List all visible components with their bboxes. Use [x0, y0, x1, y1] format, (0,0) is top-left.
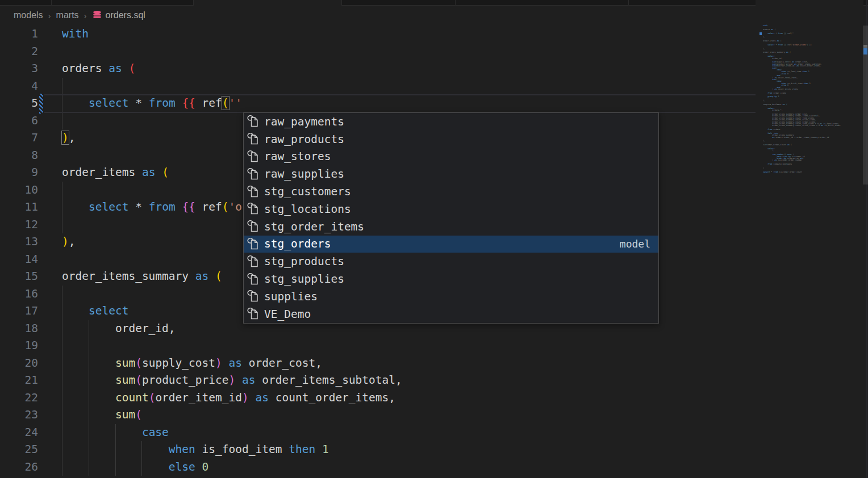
- minimap-content: with orders as ( select * from {{ ref(''…: [763, 25, 841, 173]
- line-number: 26: [0, 459, 38, 476]
- line-number: 23: [0, 406, 38, 424]
- minimap-modified-marker: [760, 32, 762, 35]
- suggestion-label: stg_order_items: [264, 220, 364, 233]
- snippet-file-icon: [247, 185, 260, 199]
- code-line[interactable]: 5 select * from {{ ref('': [0, 95, 756, 112]
- code-line[interactable]: 2: [0, 43, 756, 61]
- code-line[interactable]: 20 sum(supply_cost) as order_cost,: [0, 355, 756, 372]
- line-number: 7: [0, 129, 38, 147]
- suggestion-item[interactable]: stg_ordersmodel: [244, 236, 658, 253]
- line-number: 4: [0, 78, 38, 95]
- line-number: 5: [0, 95, 38, 112]
- line-number: 2: [0, 43, 38, 61]
- line-number: 8: [0, 147, 38, 165]
- snippet-file-icon: [247, 115, 260, 128]
- code-text: sum(supply_cost) as order_cost,: [62, 355, 322, 372]
- code-text: order_items as (: [62, 164, 169, 182]
- snippet-file-icon: [247, 132, 260, 146]
- minimap[interactable]: with orders as ( select * from {{ ref(''…: [756, 0, 863, 478]
- suggestion-item[interactable]: stg_locations: [244, 200, 658, 218]
- code-text: ),: [62, 129, 76, 147]
- suggestion-item[interactable]: raw_payments: [244, 113, 658, 131]
- line-number: 25: [0, 441, 38, 459]
- snippet-file-icon: [247, 220, 260, 233]
- code-text: else 0: [62, 459, 208, 476]
- code-line[interactable]: 22 count(order_item_id) as count_order_i…: [0, 389, 756, 407]
- suggestion-label: raw_stores: [264, 150, 331, 163]
- snippet-file-icon: [247, 272, 260, 286]
- suggestion-item[interactable]: raw_products: [244, 131, 658, 148]
- line-number: 21: [0, 372, 38, 389]
- chevron-right-icon: ›: [84, 11, 87, 20]
- code-line[interactable]: 23 sum(: [0, 406, 756, 424]
- code-text: when is_food_item then 1: [62, 441, 329, 459]
- suggestion-item[interactable]: raw_stores: [244, 148, 658, 166]
- breadcrumb-file-label: orders.sql: [106, 10, 145, 20]
- tab-separator: [455, 0, 456, 5]
- code-text: orders as (: [62, 60, 135, 78]
- suggestion-item[interactable]: stg_customers: [244, 183, 658, 200]
- snippet-file-icon: [247, 255, 260, 269]
- code-line[interactable]: 3orders as (: [0, 60, 756, 78]
- tab-separator: [628, 0, 629, 5]
- suggestion-label: stg_customers: [264, 185, 351, 198]
- code-line[interactable]: 21 sum(product_price) as order_items_sub…: [0, 372, 756, 389]
- line-number: 6: [0, 112, 38, 130]
- code-line[interactable]: 25 when is_food_item then 1: [0, 441, 756, 459]
- line-number: 18: [0, 320, 38, 338]
- snippet-file-icon: [247, 307, 260, 321]
- suggestion-label: stg_locations: [264, 203, 351, 216]
- code-text: select: [62, 303, 128, 320]
- code-text: case: [62, 424, 169, 442]
- code-text: ),: [62, 233, 76, 251]
- code-text: order_id,: [62, 320, 176, 338]
- tab-separator: [51, 0, 52, 5]
- autocomplete-dropdown[interactable]: raw_paymentsraw_productsraw_storesraw_su…: [243, 112, 659, 324]
- code-line[interactable]: 1with: [0, 26, 756, 43]
- suggestion-item[interactable]: stg_products: [244, 253, 658, 270]
- suggestion-label: stg_supplies: [264, 272, 344, 286]
- line-number: 15: [0, 268, 38, 286]
- code-text: order_items_summary as (: [62, 268, 222, 286]
- code-line[interactable]: 26 else 0: [0, 459, 756, 476]
- scrollbar[interactable]: [862, 0, 868, 478]
- overview-ruler-cursor-marker: [863, 45, 867, 48]
- code-line[interactable]: 4: [0, 78, 756, 95]
- suggestion-item[interactable]: supplies: [244, 288, 658, 305]
- breadcrumb-item-models[interactable]: models: [14, 10, 43, 20]
- line-number: 10: [0, 182, 38, 199]
- line-number: 22: [0, 389, 38, 407]
- line-number: 3: [0, 60, 38, 78]
- suggestion-item[interactable]: stg_supplies: [244, 270, 658, 288]
- line-number: 19: [0, 337, 38, 355]
- suggestion-item[interactable]: VE_Demo: [244, 305, 658, 323]
- suggestion-label: raw_supplies: [264, 167, 344, 181]
- breadcrumb-item-file[interactable]: orders.sql: [92, 10, 145, 20]
- line-number: 11: [0, 199, 38, 216]
- suggestion-label: stg_orders: [264, 237, 331, 250]
- suggestion-detail: model: [620, 238, 650, 250]
- line-number: 9: [0, 164, 38, 182]
- suggestion-item[interactable]: stg_order_items: [244, 218, 658, 236]
- suggestion-label: stg_products: [264, 255, 344, 268]
- code-line[interactable]: 19: [0, 337, 756, 355]
- overview-ruler-modified-marker: [863, 48, 867, 54]
- code-line[interactable]: 24 case: [0, 424, 756, 442]
- suggestion-label: VE_Demo: [264, 308, 311, 321]
- line-number: 17: [0, 303, 38, 320]
- suggestion-label: raw_payments: [264, 115, 344, 128]
- snippet-file-icon: [247, 237, 260, 251]
- snippet-file-icon: [247, 202, 260, 216]
- suggestion-item[interactable]: raw_supplies: [244, 165, 658, 183]
- breadcrumb-item-marts[interactable]: marts: [56, 10, 79, 20]
- line-number: 14: [0, 251, 38, 269]
- database-icon: [92, 10, 102, 20]
- line-number: 13: [0, 233, 38, 251]
- snippet-file-icon: [247, 150, 260, 163]
- breadcrumb[interactable]: models › marts › orders.sql: [0, 5, 868, 26]
- chevron-right-icon: ›: [48, 11, 51, 20]
- code-text: sum(: [62, 406, 142, 424]
- suggestion-label: supplies: [264, 290, 318, 303]
- line-number: 24: [0, 424, 38, 442]
- line-number: 1: [0, 26, 38, 43]
